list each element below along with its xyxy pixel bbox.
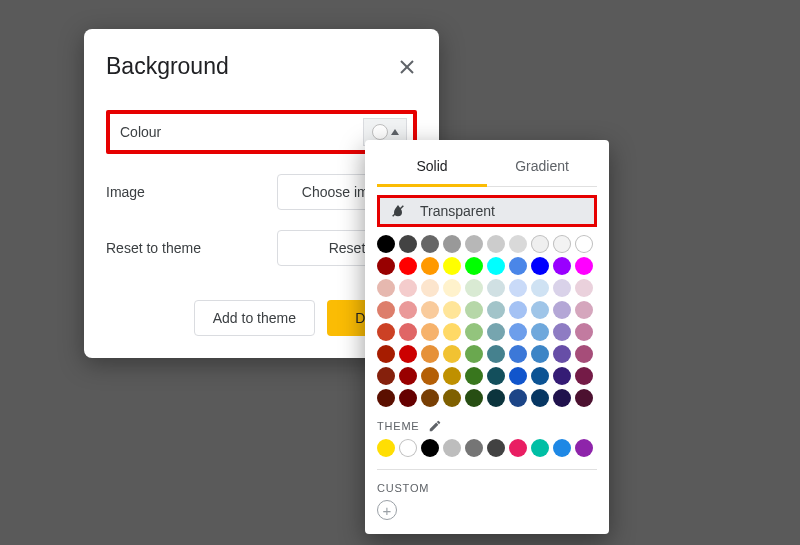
- palette-swatch[interactable]: [443, 323, 461, 341]
- palette-swatch[interactable]: [443, 389, 461, 407]
- palette-swatch[interactable]: [399, 345, 417, 363]
- palette-swatch[interactable]: [465, 301, 483, 319]
- theme-swatch[interactable]: [399, 439, 417, 457]
- current-colour-swatch: [372, 124, 388, 140]
- palette-swatch[interactable]: [377, 323, 395, 341]
- palette-swatch[interactable]: [377, 235, 395, 253]
- palette-swatch[interactable]: [465, 367, 483, 385]
- palette-swatch[interactable]: [465, 345, 483, 363]
- palette-swatch[interactable]: [377, 367, 395, 385]
- palette-swatch[interactable]: [443, 279, 461, 297]
- palette-swatch[interactable]: [399, 301, 417, 319]
- palette-swatch[interactable]: [553, 323, 571, 341]
- palette-swatch[interactable]: [575, 345, 593, 363]
- palette-swatch[interactable]: [509, 323, 527, 341]
- theme-swatch[interactable]: [509, 439, 527, 457]
- palette-swatch[interactable]: [443, 235, 461, 253]
- palette-swatch[interactable]: [443, 301, 461, 319]
- palette-swatch[interactable]: [531, 257, 549, 275]
- palette-swatch[interactable]: [421, 279, 439, 297]
- theme-swatch[interactable]: [377, 439, 395, 457]
- palette-swatch[interactable]: [487, 323, 505, 341]
- palette-swatch[interactable]: [465, 235, 483, 253]
- add-to-theme-button[interactable]: Add to theme: [194, 300, 315, 336]
- pencil-icon[interactable]: [428, 419, 442, 433]
- palette-swatch[interactable]: [465, 389, 483, 407]
- tab-solid[interactable]: Solid: [377, 152, 487, 187]
- palette-swatch[interactable]: [399, 235, 417, 253]
- close-icon[interactable]: [397, 57, 417, 77]
- palette-swatch[interactable]: [377, 389, 395, 407]
- palette-swatch[interactable]: [509, 389, 527, 407]
- palette-swatch[interactable]: [465, 323, 483, 341]
- theme-swatch[interactable]: [487, 439, 505, 457]
- palette-swatch[interactable]: [553, 389, 571, 407]
- palette-swatch[interactable]: [575, 235, 593, 253]
- reset-label: Reset to theme: [106, 240, 201, 256]
- palette-swatch[interactable]: [487, 235, 505, 253]
- palette-swatch[interactable]: [421, 257, 439, 275]
- add-custom-colour[interactable]: +: [377, 500, 397, 520]
- palette-swatch[interactable]: [399, 279, 417, 297]
- palette-swatch[interactable]: [487, 345, 505, 363]
- palette-swatch[interactable]: [531, 279, 549, 297]
- palette-swatch[interactable]: [575, 389, 593, 407]
- palette-swatch[interactable]: [421, 389, 439, 407]
- palette-swatch[interactable]: [553, 345, 571, 363]
- transparent-option[interactable]: Transparent: [380, 198, 594, 224]
- palette-swatch[interactable]: [421, 301, 439, 319]
- palette-swatch[interactable]: [509, 257, 527, 275]
- palette-swatch[interactable]: [509, 345, 527, 363]
- palette-swatch[interactable]: [443, 345, 461, 363]
- palette-swatch[interactable]: [421, 323, 439, 341]
- palette-swatch[interactable]: [421, 235, 439, 253]
- palette-swatch[interactable]: [575, 279, 593, 297]
- palette-swatch[interactable]: [377, 279, 395, 297]
- theme-swatch[interactable]: [421, 439, 439, 457]
- palette-swatch[interactable]: [377, 345, 395, 363]
- palette-swatch[interactable]: [399, 323, 417, 341]
- palette-swatch[interactable]: [509, 301, 527, 319]
- tab-gradient[interactable]: Gradient: [487, 152, 597, 186]
- palette-swatch[interactable]: [531, 323, 549, 341]
- palette-swatch[interactable]: [531, 367, 549, 385]
- palette-swatch[interactable]: [399, 257, 417, 275]
- theme-swatch[interactable]: [465, 439, 483, 457]
- palette-swatch[interactable]: [487, 367, 505, 385]
- palette-swatch[interactable]: [421, 345, 439, 363]
- palette-swatch[interactable]: [509, 367, 527, 385]
- palette-swatch[interactable]: [487, 257, 505, 275]
- palette-swatch[interactable]: [531, 235, 549, 253]
- palette-swatch[interactable]: [487, 301, 505, 319]
- palette-swatch[interactable]: [421, 367, 439, 385]
- palette-swatch[interactable]: [465, 257, 483, 275]
- palette-swatch[interactable]: [487, 389, 505, 407]
- palette-swatch[interactable]: [531, 301, 549, 319]
- palette-swatch[interactable]: [399, 389, 417, 407]
- palette-swatch[interactable]: [575, 301, 593, 319]
- theme-swatch[interactable]: [553, 439, 571, 457]
- palette-swatch[interactable]: [575, 323, 593, 341]
- palette-swatch[interactable]: [553, 279, 571, 297]
- palette-swatch[interactable]: [377, 257, 395, 275]
- palette-swatch[interactable]: [465, 279, 483, 297]
- palette-swatch[interactable]: [443, 257, 461, 275]
- palette-swatch[interactable]: [553, 257, 571, 275]
- palette-swatch[interactable]: [575, 257, 593, 275]
- chevron-up-icon: [391, 129, 399, 135]
- theme-swatch[interactable]: [443, 439, 461, 457]
- theme-swatch[interactable]: [575, 439, 593, 457]
- palette-swatch[interactable]: [377, 301, 395, 319]
- palette-swatch[interactable]: [509, 279, 527, 297]
- palette-swatch[interactable]: [509, 235, 527, 253]
- theme-swatch[interactable]: [531, 439, 549, 457]
- palette-swatch[interactable]: [553, 301, 571, 319]
- palette-swatch[interactable]: [487, 279, 505, 297]
- palette-swatch[interactable]: [399, 367, 417, 385]
- palette-swatch[interactable]: [553, 367, 571, 385]
- palette-swatch[interactable]: [575, 367, 593, 385]
- palette-swatch[interactable]: [553, 235, 571, 253]
- palette-swatch[interactable]: [443, 367, 461, 385]
- palette-swatch[interactable]: [531, 345, 549, 363]
- palette-swatch[interactable]: [531, 389, 549, 407]
